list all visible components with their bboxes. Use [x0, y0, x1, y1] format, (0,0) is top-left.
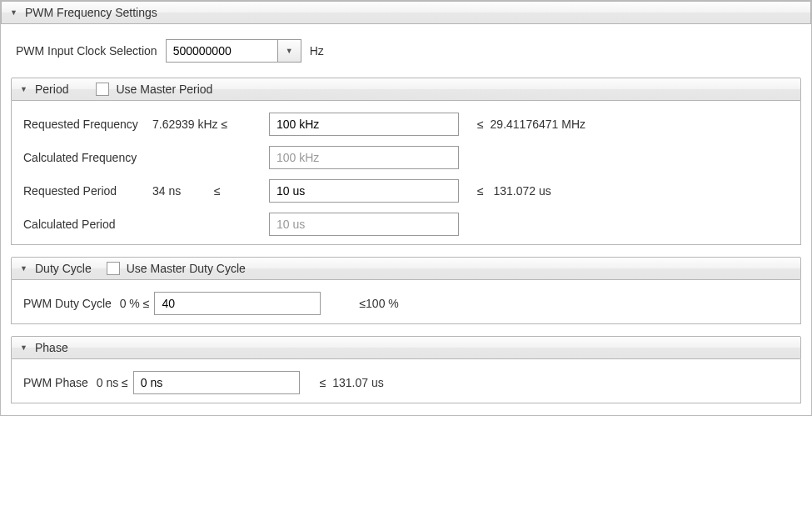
duty-cycle-min: 0 % ≤ — [117, 297, 150, 310]
collapse-icon: ▼ — [20, 85, 28, 93]
phase-header[interactable]: ▼ Phase — [11, 336, 801, 359]
phase-max: ≤ 131.07 us — [320, 376, 384, 389]
clock-selection-input[interactable] — [166, 39, 278, 63]
period-title: Period — [35, 83, 68, 96]
duty-cycle-max: ≤100 % — [359, 297, 398, 310]
pwm-duty-cycle-label: PWM Duty Cycle — [23, 297, 112, 310]
use-master-period-checkbox[interactable] — [96, 83, 109, 96]
clock-selection-dropdown-button[interactable]: ▼ — [278, 39, 301, 63]
chevron-down-icon: ▼ — [286, 47, 293, 55]
requested-period-input[interactable] — [269, 179, 459, 203]
use-master-period-label: Use Master Period — [116, 83, 212, 96]
collapse-icon: ▼ — [10, 8, 18, 17]
collapse-icon: ▼ — [20, 264, 28, 273]
calculated-period-output — [269, 213, 459, 236]
pwm-phase-label: PWM Phase — [23, 376, 88, 389]
requested-frequency-min: 7.62939 kHz≤ — [152, 118, 269, 131]
pwm-frequency-settings-title: PWM Frequency Settings — [25, 6, 157, 19]
collapse-icon: ▼ — [20, 343, 28, 352]
duty-cycle-panel: ▼ Duty Cycle Use Master Duty Cycle PWM D… — [11, 257, 801, 324]
requested-frequency-input[interactable] — [269, 113, 459, 136]
requested-period-label: Requested Period — [23, 184, 152, 198]
use-master-duty-cycle-label: Use Master Duty Cycle — [127, 262, 246, 275]
clock-selection-combo[interactable]: ▼ — [166, 39, 301, 63]
phase-min: 0 ns ≤ — [93, 376, 128, 389]
period-header[interactable]: ▼ Period Use Master Period — [11, 78, 801, 101]
pwm-frequency-settings-header[interactable]: ▼ PWM Frequency Settings — [1, 1, 811, 24]
clock-unit-label: Hz — [310, 44, 324, 58]
period-panel: ▼ Period Use Master Period Requested Fre… — [11, 78, 801, 245]
calculated-frequency-label: Calculated Frequency — [23, 151, 152, 164]
duty-cycle-title: Duty Cycle — [35, 262, 92, 275]
requested-frequency-max: ≤ 29.41176471 MHz — [474, 118, 585, 131]
duty-cycle-header[interactable]: ▼ Duty Cycle Use Master Duty Cycle — [11, 257, 801, 280]
calculated-period-label: Calculated Period — [23, 218, 152, 231]
pwm-phase-input[interactable] — [133, 371, 300, 394]
phase-panel: ▼ Phase PWM Phase 0 ns ≤ ≤ 131.07 us — [11, 336, 801, 403]
pwm-duty-cycle-input[interactable] — [154, 292, 321, 315]
requested-period-max: ≤ 131.072 us — [474, 184, 551, 198]
calculated-frequency-output — [269, 146, 459, 169]
clock-selection-label: PWM Input Clock Selection — [16, 44, 157, 58]
requested-frequency-label: Requested Frequency — [23, 118, 152, 131]
requested-period-min: 34 ns≤ — [152, 184, 269, 198]
phase-title: Phase — [35, 341, 68, 354]
use-master-duty-cycle-checkbox[interactable] — [107, 262, 120, 275]
